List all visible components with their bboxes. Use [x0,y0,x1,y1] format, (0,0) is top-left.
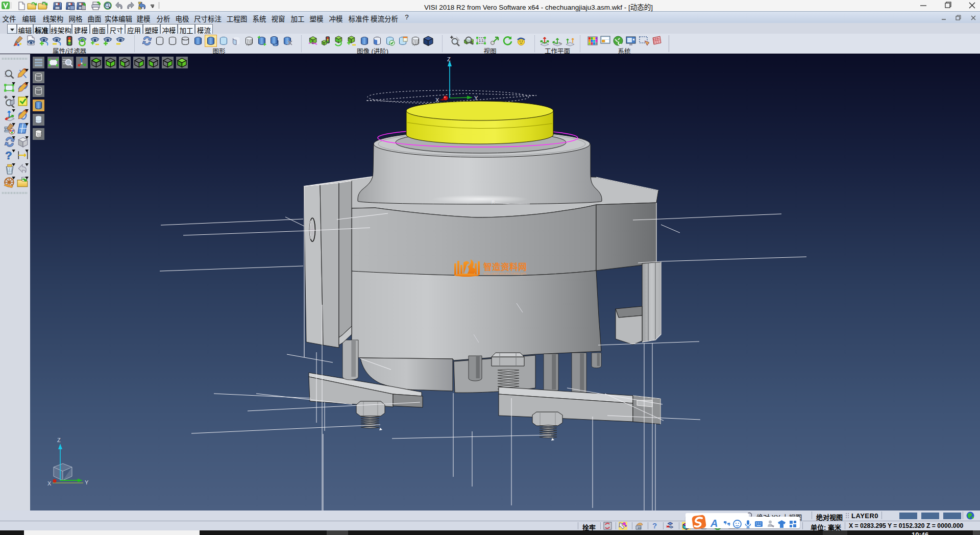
svg-text:Y: Y [474,95,478,101]
svg-text:Z: Z [447,56,451,62]
svg-text:智造资料网: 智造资料网 [483,262,527,272]
svg-text:?: ? [5,149,12,161]
svg-text:X: X [435,97,439,103]
svg-text:X: X [47,480,52,487]
svg-text:?: ? [652,522,657,530]
svg-text:INTELLIGENT MANUFACTURING DATA: INTELLIGENT MANUFACTURING DATA [483,272,526,275]
svg-text:Z: Z [57,437,61,443]
svg-text:R: R [492,200,495,205]
svg-text:Y: Y [85,479,89,485]
svg-text:1:1: 1:1 [479,39,484,42]
svg-text:10: 10 [638,526,641,529]
